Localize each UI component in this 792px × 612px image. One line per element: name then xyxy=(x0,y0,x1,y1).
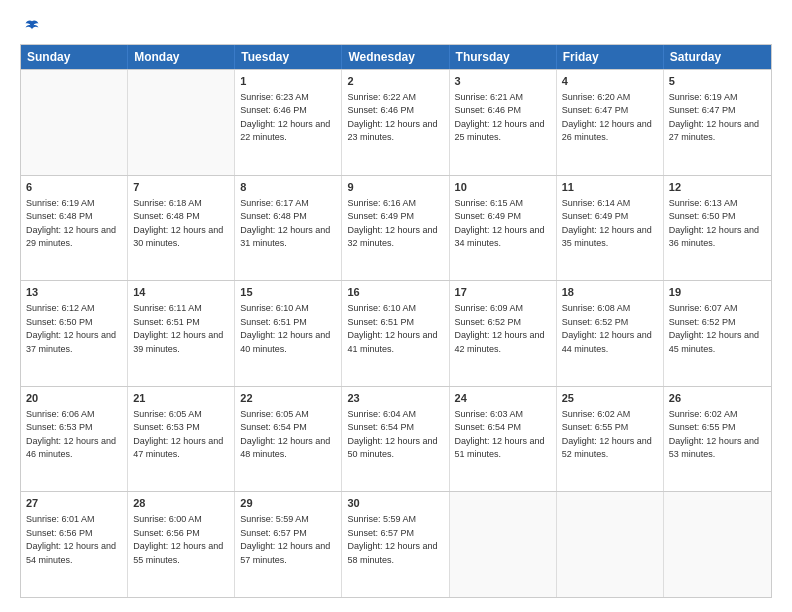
cal-cell: 8Sunrise: 6:17 AMSunset: 6:48 PMDaylight… xyxy=(235,176,342,281)
day-number: 29 xyxy=(240,496,336,512)
cell-info: Sunrise: 6:20 AMSunset: 6:47 PMDaylight:… xyxy=(562,91,658,145)
cell-info: Sunrise: 6:19 AMSunset: 6:47 PMDaylight:… xyxy=(669,91,766,145)
day-number: 6 xyxy=(26,180,122,196)
day-number: 17 xyxy=(455,285,551,301)
cell-info: Sunrise: 6:05 AMSunset: 6:54 PMDaylight:… xyxy=(240,408,336,462)
cell-info: Sunrise: 6:01 AMSunset: 6:56 PMDaylight:… xyxy=(26,513,122,567)
cell-info: Sunrise: 5:59 AMSunset: 6:57 PMDaylight:… xyxy=(347,513,443,567)
day-number: 15 xyxy=(240,285,336,301)
cell-info: Sunrise: 6:00 AMSunset: 6:56 PMDaylight:… xyxy=(133,513,229,567)
cell-info: Sunrise: 6:04 AMSunset: 6:54 PMDaylight:… xyxy=(347,408,443,462)
day-number: 20 xyxy=(26,391,122,407)
day-number: 23 xyxy=(347,391,443,407)
cal-week-4: 20Sunrise: 6:06 AMSunset: 6:53 PMDayligh… xyxy=(21,386,771,492)
cal-header-tuesday: Tuesday xyxy=(235,45,342,69)
cal-cell: 4Sunrise: 6:20 AMSunset: 6:47 PMDaylight… xyxy=(557,70,664,175)
cal-week-5: 27Sunrise: 6:01 AMSunset: 6:56 PMDayligh… xyxy=(21,491,771,597)
cal-cell: 26Sunrise: 6:02 AMSunset: 6:55 PMDayligh… xyxy=(664,387,771,492)
day-number: 26 xyxy=(669,391,766,407)
cell-info: Sunrise: 6:15 AMSunset: 6:49 PMDaylight:… xyxy=(455,197,551,251)
day-number: 10 xyxy=(455,180,551,196)
day-number: 2 xyxy=(347,74,443,90)
day-number: 27 xyxy=(26,496,122,512)
cell-info: Sunrise: 6:08 AMSunset: 6:52 PMDaylight:… xyxy=(562,302,658,356)
cal-cell: 22Sunrise: 6:05 AMSunset: 6:54 PMDayligh… xyxy=(235,387,342,492)
cal-cell: 16Sunrise: 6:10 AMSunset: 6:51 PMDayligh… xyxy=(342,281,449,386)
cal-cell: 20Sunrise: 6:06 AMSunset: 6:53 PMDayligh… xyxy=(21,387,128,492)
cal-cell: 1Sunrise: 6:23 AMSunset: 6:46 PMDaylight… xyxy=(235,70,342,175)
cal-cell: 11Sunrise: 6:14 AMSunset: 6:49 PMDayligh… xyxy=(557,176,664,281)
cal-cell: 10Sunrise: 6:15 AMSunset: 6:49 PMDayligh… xyxy=(450,176,557,281)
cell-info: Sunrise: 6:09 AMSunset: 6:52 PMDaylight:… xyxy=(455,302,551,356)
cell-info: Sunrise: 6:13 AMSunset: 6:50 PMDaylight:… xyxy=(669,197,766,251)
day-number: 12 xyxy=(669,180,766,196)
day-number: 11 xyxy=(562,180,658,196)
day-number: 14 xyxy=(133,285,229,301)
cell-info: Sunrise: 6:18 AMSunset: 6:48 PMDaylight:… xyxy=(133,197,229,251)
day-number: 9 xyxy=(347,180,443,196)
cell-info: Sunrise: 6:07 AMSunset: 6:52 PMDaylight:… xyxy=(669,302,766,356)
cal-cell: 17Sunrise: 6:09 AMSunset: 6:52 PMDayligh… xyxy=(450,281,557,386)
cell-info: Sunrise: 6:21 AMSunset: 6:46 PMDaylight:… xyxy=(455,91,551,145)
cal-week-2: 6Sunrise: 6:19 AMSunset: 6:48 PMDaylight… xyxy=(21,175,771,281)
cell-info: Sunrise: 6:11 AMSunset: 6:51 PMDaylight:… xyxy=(133,302,229,356)
day-number: 5 xyxy=(669,74,766,90)
header xyxy=(20,18,772,34)
cal-cell: 12Sunrise: 6:13 AMSunset: 6:50 PMDayligh… xyxy=(664,176,771,281)
cell-info: Sunrise: 6:14 AMSunset: 6:49 PMDaylight:… xyxy=(562,197,658,251)
cell-info: Sunrise: 6:06 AMSunset: 6:53 PMDaylight:… xyxy=(26,408,122,462)
cell-info: Sunrise: 6:12 AMSunset: 6:50 PMDaylight:… xyxy=(26,302,122,356)
day-number: 28 xyxy=(133,496,229,512)
cal-header-wednesday: Wednesday xyxy=(342,45,449,69)
day-number: 1 xyxy=(240,74,336,90)
cal-cell: 3Sunrise: 6:21 AMSunset: 6:46 PMDaylight… xyxy=(450,70,557,175)
cal-header-friday: Friday xyxy=(557,45,664,69)
cell-info: Sunrise: 6:23 AMSunset: 6:46 PMDaylight:… xyxy=(240,91,336,145)
day-number: 7 xyxy=(133,180,229,196)
day-number: 18 xyxy=(562,285,658,301)
cal-header-thursday: Thursday xyxy=(450,45,557,69)
cell-info: Sunrise: 6:03 AMSunset: 6:54 PMDaylight:… xyxy=(455,408,551,462)
cal-cell: 9Sunrise: 6:16 AMSunset: 6:49 PMDaylight… xyxy=(342,176,449,281)
cal-cell: 30Sunrise: 5:59 AMSunset: 6:57 PMDayligh… xyxy=(342,492,449,597)
day-number: 25 xyxy=(562,391,658,407)
calendar: SundayMondayTuesdayWednesdayThursdayFrid… xyxy=(20,44,772,598)
cal-cell: 14Sunrise: 6:11 AMSunset: 6:51 PMDayligh… xyxy=(128,281,235,386)
cal-cell: 27Sunrise: 6:01 AMSunset: 6:56 PMDayligh… xyxy=(21,492,128,597)
cal-header-saturday: Saturday xyxy=(664,45,771,69)
cell-info: Sunrise: 6:22 AMSunset: 6:46 PMDaylight:… xyxy=(347,91,443,145)
day-number: 19 xyxy=(669,285,766,301)
day-number: 30 xyxy=(347,496,443,512)
cal-cell: 25Sunrise: 6:02 AMSunset: 6:55 PMDayligh… xyxy=(557,387,664,492)
page: SundayMondayTuesdayWednesdayThursdayFrid… xyxy=(0,0,792,612)
cal-week-3: 13Sunrise: 6:12 AMSunset: 6:50 PMDayligh… xyxy=(21,280,771,386)
cal-cell: 29Sunrise: 5:59 AMSunset: 6:57 PMDayligh… xyxy=(235,492,342,597)
cal-cell: 5Sunrise: 6:19 AMSunset: 6:47 PMDaylight… xyxy=(664,70,771,175)
day-number: 13 xyxy=(26,285,122,301)
cal-cell xyxy=(557,492,664,597)
day-number: 8 xyxy=(240,180,336,196)
day-number: 21 xyxy=(133,391,229,407)
cell-info: Sunrise: 6:10 AMSunset: 6:51 PMDaylight:… xyxy=(240,302,336,356)
cal-cell: 15Sunrise: 6:10 AMSunset: 6:51 PMDayligh… xyxy=(235,281,342,386)
cell-info: Sunrise: 6:16 AMSunset: 6:49 PMDaylight:… xyxy=(347,197,443,251)
cal-header-sunday: Sunday xyxy=(21,45,128,69)
logo-bird-icon xyxy=(24,18,40,34)
cal-header-monday: Monday xyxy=(128,45,235,69)
cell-info: Sunrise: 6:05 AMSunset: 6:53 PMDaylight:… xyxy=(133,408,229,462)
cell-info: Sunrise: 6:02 AMSunset: 6:55 PMDaylight:… xyxy=(669,408,766,462)
cal-cell: 6Sunrise: 6:19 AMSunset: 6:48 PMDaylight… xyxy=(21,176,128,281)
cal-cell xyxy=(450,492,557,597)
cal-cell xyxy=(128,70,235,175)
cal-cell xyxy=(21,70,128,175)
day-number: 4 xyxy=(562,74,658,90)
cell-info: Sunrise: 5:59 AMSunset: 6:57 PMDaylight:… xyxy=(240,513,336,567)
cal-cell: 23Sunrise: 6:04 AMSunset: 6:54 PMDayligh… xyxy=(342,387,449,492)
cell-info: Sunrise: 6:19 AMSunset: 6:48 PMDaylight:… xyxy=(26,197,122,251)
day-number: 22 xyxy=(240,391,336,407)
day-number: 3 xyxy=(455,74,551,90)
cal-cell: 28Sunrise: 6:00 AMSunset: 6:56 PMDayligh… xyxy=(128,492,235,597)
cal-cell: 18Sunrise: 6:08 AMSunset: 6:52 PMDayligh… xyxy=(557,281,664,386)
day-number: 24 xyxy=(455,391,551,407)
cell-info: Sunrise: 6:10 AMSunset: 6:51 PMDaylight:… xyxy=(347,302,443,356)
